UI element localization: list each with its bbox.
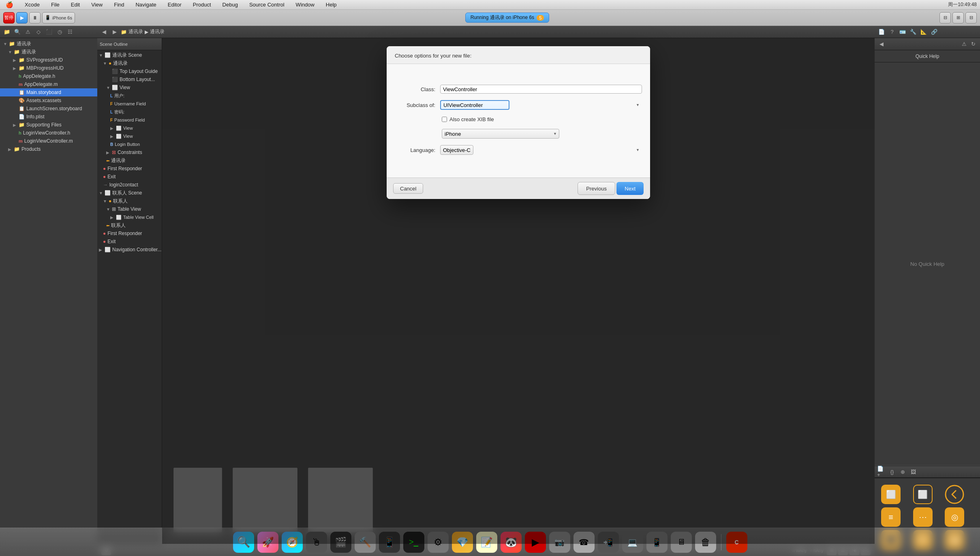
menu-source-control[interactable]: Source Control xyxy=(247,1,287,9)
previous-button[interactable]: Previous xyxy=(578,182,615,195)
right-warning-btn[interactable]: ⚠ xyxy=(960,40,969,49)
scene-item-username-field[interactable]: F Username Field xyxy=(97,100,162,108)
navigator-toggle[interactable]: ⊟ xyxy=(939,12,951,24)
obj-btn-5[interactable]: ⋯ xyxy=(913,507,933,527)
scene-item-tongxunlu2[interactable]: ⬅ 通讯录 xyxy=(97,156,162,165)
nav-warning-icon[interactable]: ⚠ xyxy=(24,28,32,36)
file-inspector-btn[interactable]: 📄 xyxy=(877,28,886,36)
scene-item-lianxiren2[interactable]: ⬅ 联系人 xyxy=(97,221,162,229)
menu-xcode[interactable]: Xcode xyxy=(22,1,42,9)
nav-search-icon[interactable]: 🔍 xyxy=(13,28,22,36)
subclass-select[interactable]: UIViewController UITableViewController U… xyxy=(440,100,509,110)
folder-icon: 📁 xyxy=(19,65,25,71)
connections-btn[interactable]: 🔗 xyxy=(930,28,939,36)
next-button[interactable]: Next xyxy=(616,182,644,195)
scene-item-constraints[interactable]: ▶ ⊠ Constraints xyxy=(97,148,162,156)
nav-item-infoplist[interactable]: ▶ 📄 Info.plist xyxy=(0,113,97,121)
quick-help-btn[interactable]: ? xyxy=(888,28,897,36)
xib-checkbox[interactable] xyxy=(442,117,447,122)
add-code-btn[interactable]: {} xyxy=(888,467,897,476)
nav-item-main-storyboard[interactable]: ▶ 📋 Main.storyboard xyxy=(0,88,97,96)
pause-button[interactable]: ⏸ xyxy=(29,12,41,24)
expand-arrow: ▼ xyxy=(8,50,12,54)
device-select[interactable]: iPhone iPad Universal xyxy=(442,129,559,139)
scene-item-password-label[interactable]: L 密码: xyxy=(97,108,162,116)
nav-item-mbprogress[interactable]: ▶ 📁 MBProgressHUD xyxy=(0,64,97,72)
apple-menu[interactable]: 🍎 xyxy=(3,0,16,9)
scene-item-lianxiren-scene[interactable]: ▼ ⬜ 联系人 Scene xyxy=(97,189,162,197)
nav-item-loginvc-m[interactable]: ▶ m LoginViewController.m xyxy=(0,137,97,145)
scene-item-first-responder[interactable]: ● First Responder xyxy=(97,165,162,173)
nav-item-appdelegate-m[interactable]: ▶ m AppDelegate.m xyxy=(0,80,97,88)
menu-find[interactable]: Find xyxy=(111,1,126,9)
scene-item-login-button[interactable]: B Login Button xyxy=(97,140,162,148)
obj-btn-4[interactable]: ≡ xyxy=(881,507,901,527)
right-refresh-btn[interactable]: ↻ xyxy=(969,40,978,49)
nav-test-icon[interactable]: ◇ xyxy=(34,28,43,36)
scene-item-view2[interactable]: ▶ ⬜ View xyxy=(97,132,162,140)
nav-item-label: SVProgressHUD xyxy=(26,57,63,63)
scene-item-bottomlayout[interactable]: ▶ ⬛ Bottom Layout... xyxy=(97,75,162,83)
scene-item-exit2[interactable]: ● Exit xyxy=(97,237,162,246)
nav-item-launch-storyboard[interactable]: ▶ 📋 LaunchScreen.storyboard xyxy=(0,105,97,113)
nav-item-label: Assets.xcassets xyxy=(26,98,61,103)
nav-back-btn[interactable]: ◀ xyxy=(100,28,109,36)
scene-item-exit[interactable]: ● Exit xyxy=(97,173,162,181)
scene-item-fr2[interactable]: ● First Responder xyxy=(97,229,162,237)
add-file-btn[interactable]: 📄+ xyxy=(877,467,886,476)
menu-edit[interactable]: Edit xyxy=(68,1,82,9)
menu-file[interactable]: File xyxy=(49,1,62,9)
nav-debug-icon[interactable]: ⬛ xyxy=(45,28,53,36)
editor-toggle[interactable]: ⊞ xyxy=(952,12,964,24)
scene-item-lianxiren[interactable]: ▼ ● 联系人 xyxy=(97,197,162,205)
size-btn[interactable]: 📐 xyxy=(919,28,928,36)
scene-item-toplayout[interactable]: ▶ ⬛ Top Layout Guide xyxy=(97,67,162,75)
right-nav-back[interactable]: ◀ xyxy=(877,40,886,49)
obj-btn-2[interactable]: ⬜ xyxy=(913,485,933,504)
obj-btn-6[interactable]: ◎ xyxy=(945,507,964,527)
class-input[interactable] xyxy=(440,85,642,94)
scene-item-tableviewcell[interactable]: ▶ ⬜ Table View Cell xyxy=(97,213,162,221)
scene-item-tongxunlu-scene[interactable]: ▼ ⬜ 通讯录 Scene xyxy=(97,51,162,59)
scene-item-view[interactable]: ▼ ⬜ View xyxy=(97,83,162,92)
nav-item-loginvc-h[interactable]: ▶ h LoginViewController.h xyxy=(0,129,97,137)
menu-navigate[interactable]: Navigate xyxy=(133,1,158,9)
obj-btn-1[interactable]: ⬜ xyxy=(881,485,901,504)
attributes-btn[interactable]: 🔧 xyxy=(909,28,918,36)
utilities-toggle[interactable]: ⊟ xyxy=(965,12,977,24)
scene-item-view1[interactable]: ▶ ⬜ View xyxy=(97,124,162,132)
device-selector[interactable]: 📱 iPhone 6s xyxy=(42,12,75,24)
stop-icon: 暂停 xyxy=(4,15,13,21)
menu-product[interactable]: Product xyxy=(190,1,214,9)
nav-item-supporting[interactable]: ▶ 📁 Supporting Files xyxy=(0,121,97,129)
scene-item-password-field[interactable]: F Password Field xyxy=(97,116,162,124)
menu-debug[interactable]: Debug xyxy=(220,1,240,9)
identity-btn[interactable]: 🪪 xyxy=(898,28,907,36)
object-library-btn[interactable]: ⊕ xyxy=(898,467,907,476)
nav-item-folder[interactable]: ▼ 📁 通讯录 xyxy=(0,48,97,56)
nav-item-svprogress[interactable]: ▶ 📁 SVProgressHUD xyxy=(0,56,97,64)
nav-folder-icon[interactable]: 📁 xyxy=(2,28,11,36)
media-library-btn[interactable]: 🖼 xyxy=(909,467,918,476)
scene-item-username-label[interactable]: L 用户: xyxy=(97,92,162,100)
scene-item-tongxunlu[interactable]: ▼ ● 通讯录 xyxy=(97,59,162,67)
nav-forward-btn[interactable]: ▶ xyxy=(110,28,119,36)
nav-item-products[interactable]: ▶ 📁 Products xyxy=(0,145,97,153)
scene-item-navcontroller[interactable]: ▶ ⬜ Navigation Controller... xyxy=(97,246,162,254)
stop-button[interactable]: 暂停 xyxy=(3,12,15,24)
scene-item-tableview[interactable]: ▼ ⊞ Table View xyxy=(97,205,162,213)
obj-btn-3[interactable] xyxy=(945,485,964,504)
nav-item-appdelegate-h[interactable]: ▶ h AppDelegate.h xyxy=(0,72,97,80)
cancel-button[interactable]: Cancel xyxy=(393,183,423,194)
menu-help[interactable]: Help xyxy=(323,1,339,9)
menu-window[interactable]: Window xyxy=(293,1,317,9)
nav-report-icon[interactable]: ☷ xyxy=(66,28,75,36)
scene-item-login2contact[interactable]: → login2contact xyxy=(97,181,162,189)
menu-editor[interactable]: Editor xyxy=(165,1,184,9)
nav-history-icon[interactable]: ◷ xyxy=(55,28,64,36)
language-select[interactable]: Objective-C Swift xyxy=(440,145,473,155)
run-button[interactable]: ▶ xyxy=(16,12,28,24)
menu-view[interactable]: View xyxy=(89,1,105,9)
nav-item-assets[interactable]: ▶ 🎨 Assets.xcassets xyxy=(0,96,97,105)
nav-item-root[interactable]: ▼ 📁 通讯录 xyxy=(0,40,97,48)
